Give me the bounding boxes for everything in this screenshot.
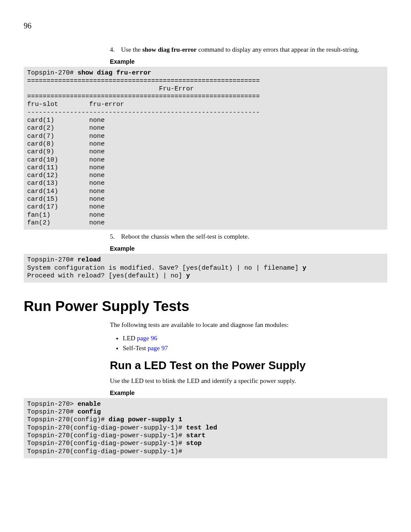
code1-sep3: ----------------------------------------… bbox=[27, 109, 260, 116]
code-block-led-test: Topspin-270> enable Topspin-270# config … bbox=[24, 398, 387, 458]
list-item: Self-Test page 97 bbox=[123, 344, 387, 353]
code3-l6-cmd: stop bbox=[186, 440, 202, 447]
code1-header: fru-slot fru-error bbox=[27, 101, 124, 108]
code1-row: card(2) none bbox=[27, 124, 105, 132]
code1-row: card(12) none bbox=[27, 172, 105, 179]
example-label-3: Example bbox=[110, 389, 387, 396]
code1-row: card(15) none bbox=[27, 196, 105, 203]
step-4-cmd: show diag fru-error bbox=[142, 46, 196, 53]
code3-l4-pre: Topspin-270(config-diag-power-supply-1)# bbox=[27, 424, 186, 432]
code3-l2-cmd: config bbox=[78, 408, 101, 416]
code3-l5-cmd: start bbox=[186, 432, 206, 439]
code1-cmd: show diag fru-error bbox=[78, 69, 151, 77]
step-5-number: 5. bbox=[110, 232, 121, 241]
heading-run-led-test: Run a LED Test on the Power Supply bbox=[110, 359, 387, 372]
bullet-1-label: LED bbox=[123, 335, 135, 342]
step-4-pre: Use the bbox=[121, 46, 142, 53]
led-test-paragraph: Use the LED test to blink the LED and id… bbox=[110, 376, 387, 385]
code1-row: card(14) none bbox=[27, 188, 105, 195]
code2-l2-pre: System configuration is modified. Save? … bbox=[27, 264, 302, 272]
code3-l1-cmd: enable bbox=[78, 401, 101, 408]
bullet-list: LED page 96 Self-Test page 97 bbox=[110, 334, 387, 353]
bullet-2-link[interactable]: page 97 bbox=[146, 345, 168, 352]
code1-row: card(7) none bbox=[27, 133, 105, 140]
step-5: 5. Reboot the chassis when the self-test… bbox=[110, 232, 387, 241]
code3-l4-cmd: test led bbox=[186, 424, 217, 432]
code1-title: Fru-Error bbox=[27, 85, 194, 93]
step-4-post: command to display any errors that appea… bbox=[197, 46, 359, 53]
code3-l7-pre: Topspin-270(config-diag-power-supply-1)# bbox=[27, 448, 186, 455]
bullet-2-label: Self-Test bbox=[123, 345, 146, 352]
code3-l3-pre: Topspin-270(config)# bbox=[27, 416, 109, 423]
code3-l5-pre: Topspin-270(config-diag-power-supply-1)# bbox=[27, 432, 186, 439]
code3-l1-pre: Topspin-270> bbox=[27, 401, 78, 408]
code1-sep2: ========================================… bbox=[27, 93, 260, 100]
page-number: 96 bbox=[24, 22, 387, 31]
code1-row: card(1) none bbox=[27, 117, 105, 124]
code-block-reload: Topspin-270# reload System configuration… bbox=[24, 254, 387, 283]
list-item: LED page 96 bbox=[123, 334, 387, 343]
code2-l2-cmd: y bbox=[302, 264, 306, 272]
code1-row: card(10) none bbox=[27, 156, 105, 164]
code1-row: card(8) none bbox=[27, 140, 105, 148]
code1-row: card(13) none bbox=[27, 180, 105, 187]
step-4-number: 4. bbox=[110, 45, 121, 54]
code1-row: card(9) none bbox=[27, 148, 105, 156]
code2-l1-pre: Topspin-270# bbox=[27, 256, 78, 264]
code2-l1-cmd: reload bbox=[78, 256, 101, 264]
step-5-text: Reboot the chassis when the self-test is… bbox=[121, 232, 387, 241]
code3-l3-cmd: diag power-supply 1 bbox=[109, 416, 182, 423]
code1-row: card(11) none bbox=[27, 164, 105, 171]
code1-row: card(17) none bbox=[27, 203, 105, 211]
code-block-fru-error: Topspin-270# show diag fru-error =======… bbox=[24, 67, 387, 230]
intro-paragraph: The following tests are available to loc… bbox=[110, 320, 387, 329]
code3-l6-pre: Topspin-270(config-diag-power-supply-1)# bbox=[27, 440, 186, 447]
code1-prompt: Topspin-270# bbox=[27, 69, 78, 77]
step-4: 4. Use the show diag fru-error command t… bbox=[110, 45, 387, 54]
code2-l3-pre: Proceed with reload? [yes(default) | no] bbox=[27, 272, 186, 280]
bullet-1-link[interactable]: page 96 bbox=[135, 335, 157, 342]
code1-row: fan(1) none bbox=[27, 212, 105, 219]
code1-sep1: ========================================… bbox=[27, 78, 260, 85]
example-label-1: Example bbox=[110, 58, 387, 65]
heading-run-power-supply-tests: Run Power Supply Tests bbox=[24, 298, 387, 314]
step-4-text: Use the show diag fru-error command to d… bbox=[121, 45, 387, 54]
code1-row: fan(2) none bbox=[27, 219, 105, 227]
code2-l3-cmd: y bbox=[186, 272, 190, 280]
example-label-2: Example bbox=[110, 245, 387, 252]
code3-l2-pre: Topspin-270# bbox=[27, 408, 78, 416]
